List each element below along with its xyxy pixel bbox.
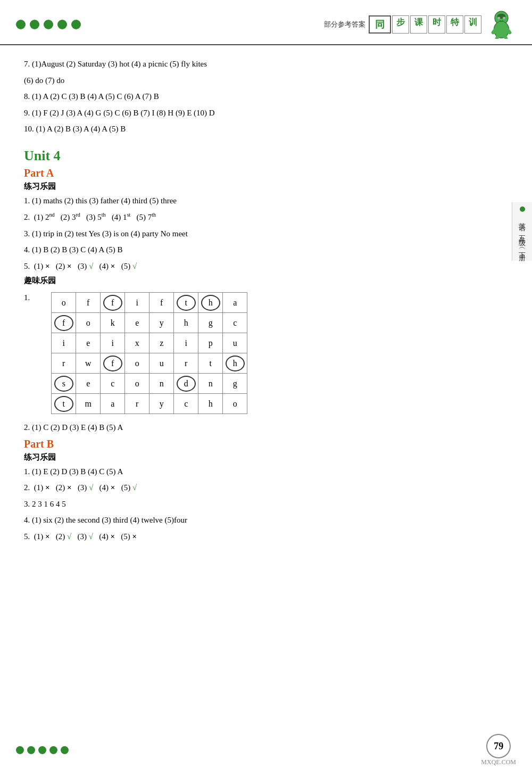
grid-label: 1. — [24, 293, 30, 302]
cell-2-5: i — [174, 333, 198, 353]
grid-area: 1. o f f i f t h a f o k e y h g c — [24, 288, 508, 418]
cell-5-5: c — [174, 394, 198, 414]
parta-2: 2. (1) 2nd (2) 3rd (3) 5th (4) 1st (5) 7… — [24, 210, 508, 225]
footer-right: 79 MXQE.COM — [481, 734, 516, 766]
cell-0-7: a — [223, 293, 247, 313]
answer-8: 8. (1) A (2) C (3) B (4) A (5) C (6) A (… — [24, 90, 508, 104]
right-sidebar: 英语 五年级 （下册） — [512, 202, 532, 261]
section-lianxi-b: 练习乐园 — [24, 452, 508, 462]
cell-5-6: h — [198, 394, 223, 414]
sup-th2: th — [152, 212, 156, 218]
cell-4-3: o — [125, 374, 149, 394]
cell-1-3: e — [125, 313, 149, 333]
cell-3-4: u — [149, 353, 174, 374]
sidebar-text-3: （下册） — [518, 245, 527, 253]
part-b-heading: Part B — [24, 438, 508, 450]
sidebar-text-2: 五年级 — [518, 230, 527, 236]
dot-4 — [57, 20, 67, 29]
section-quwei: 趣味乐园 — [24, 276, 508, 286]
partb-2: 2. (1) × (2) × (3) √ (4) × (5) √ — [24, 481, 508, 495]
cell-4-0: s — [52, 374, 76, 394]
cell-3-1: w — [76, 353, 101, 374]
cell-1-5: h — [174, 313, 198, 333]
grid-row-2: f o k e y h g c — [52, 313, 247, 333]
dot-2 — [30, 20, 39, 29]
part-a-heading: Part A — [24, 167, 508, 179]
footer-dots — [16, 746, 69, 754]
cell-3-5: r — [174, 353, 198, 374]
cell-4-5: d — [174, 374, 198, 394]
page-number: 79 — [486, 734, 511, 758]
cell-3-3: o — [125, 353, 149, 374]
cell-5-4: y — [149, 394, 174, 414]
cell-3-7: h — [223, 353, 247, 374]
cell-1-6: g — [198, 313, 223, 333]
answer-10: 10. (1) A (2) B (3) A (4) A (5) B — [24, 122, 508, 136]
answer-7b: (6) do (7) do — [24, 74, 508, 88]
cell-0-5: t — [174, 293, 198, 313]
cell-2-0: i — [52, 333, 76, 353]
cell-1-2: k — [101, 313, 125, 333]
grid-row-5: s e c o n d n g — [52, 374, 247, 394]
header-box-1: 同 — [369, 15, 391, 34]
grid-row-4: r w f o u r t h — [52, 353, 247, 374]
svg-line-10 — [505, 36, 506, 39]
grid-row-1: o f f i f t h a — [52, 293, 247, 313]
cell-5-2: a — [101, 394, 125, 414]
header-boxes: 同 步 课 时 特 训 — [369, 15, 481, 34]
grid-row-6: t m a r y c h o — [52, 394, 247, 414]
cell-3-2: f — [101, 353, 125, 374]
partb-1: 1. (1) E (2) D (3) B (4) C (5) A — [24, 465, 508, 479]
parta-b2: 2. (1) C (2) D (3) E (4) B (5) A — [24, 421, 508, 435]
cell-0-1: f — [76, 293, 101, 313]
footer-dot-5 — [61, 746, 69, 754]
cell-4-6: n — [198, 374, 223, 394]
cell-2-1: e — [76, 333, 101, 353]
footer-dot-3 — [38, 746, 46, 754]
mascot-icon — [487, 10, 516, 39]
partb-5: 5. (1) × (2) √ (3) √ (4) × (5) × — [24, 530, 508, 544]
footer-brand: MXQE.COM — [481, 758, 516, 766]
dot-1 — [16, 20, 26, 29]
header-sep-5: 训 — [464, 15, 481, 34]
cell-3-0: r — [52, 353, 76, 374]
cell-0-4: f — [149, 293, 174, 313]
sidebar-dot — [520, 206, 525, 212]
sidebar-text-1: 英语 — [518, 217, 527, 221]
answer-9: 9. (1) F (2) J (3) A (4) G (5) C (6) B (… — [24, 106, 508, 120]
cell-4-7: g — [223, 374, 247, 394]
sup-th1: th — [102, 212, 106, 218]
cell-0-2: f — [101, 293, 125, 313]
cell-5-1: m — [76, 394, 101, 414]
header-sep-1: 步 — [392, 15, 409, 34]
parta-4: 4. (1) B (2) B (3) C (4) A (5) B — [24, 243, 508, 257]
cell-5-0: t — [52, 394, 76, 414]
cell-4-2: c — [101, 374, 125, 394]
page-header: 部分参考答案 同 步 课 时 特 训 — [0, 0, 532, 45]
cell-4-1: e — [76, 374, 101, 394]
cell-2-3: x — [125, 333, 149, 353]
main-content: 7. (1)August (2) Saturday (3) hot (4) a … — [0, 45, 532, 557]
footer-dot-2 — [27, 746, 35, 754]
sup-st: st — [127, 212, 131, 218]
header-dots — [16, 20, 81, 29]
cell-1-4: y — [149, 313, 174, 333]
answer-7: 7. (1)August (2) Saturday (3) hot (4) a … — [24, 57, 508, 71]
section-lianxi: 练习乐园 — [24, 181, 508, 192]
sup-rd: rd — [76, 212, 80, 218]
partb-4: 4. (1) six (2) the second (3) third (4) … — [24, 514, 508, 527]
cell-2-4: z — [149, 333, 174, 353]
cell-3-6: t — [198, 353, 223, 374]
parta-3: 3. (1) trip in (2) test Yes (3) is on (4… — [24, 227, 508, 241]
cell-5-3: r — [125, 394, 149, 414]
cell-0-3: i — [125, 293, 149, 313]
footer-dot-1 — [16, 746, 24, 754]
dot-5 — [71, 20, 81, 29]
header-label: 部分参考答案 — [324, 20, 365, 29]
dot-3 — [44, 20, 53, 29]
header-sep-2: 课 — [410, 15, 427, 34]
cell-0-6: h — [198, 293, 223, 313]
footer-dot-4 — [49, 746, 57, 754]
partb-3: 3. 2 3 1 6 4 5 — [24, 498, 508, 511]
header-sep-3: 时 — [428, 15, 445, 34]
